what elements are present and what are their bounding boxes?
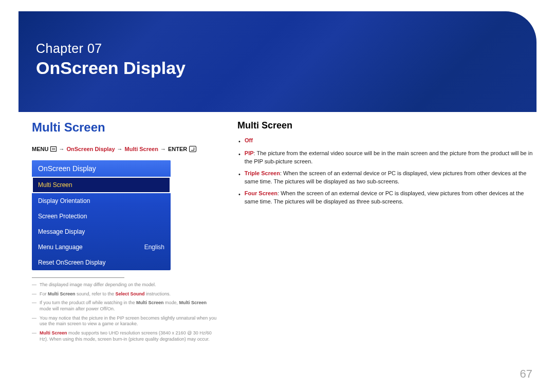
footnote-dash-icon: ―: [32, 330, 36, 342]
bullet-text: PIP: The picture from the external video…: [245, 149, 533, 166]
bullet-dot-icon: •: [238, 170, 240, 186]
enter-icon: [189, 146, 196, 152]
breadcrumb-sep-1: →: [117, 146, 123, 152]
footnote-dash-icon: ―: [32, 291, 36, 297]
left-column: Multi Screen MENU III → OnScreen Display…: [32, 120, 217, 346]
bullet-item: •Off: [238, 136, 533, 146]
page-number: 67: [520, 367, 532, 381]
footnote-dash-icon: ―: [32, 315, 36, 327]
osd-menu-item[interactable]: Message Display: [32, 224, 171, 239]
footnote-text: For Multi Screen sound, refer to the Sel…: [40, 291, 171, 297]
breadcrumb-sep-2: →: [160, 146, 166, 152]
bullet-text: Triple Screen: When the screen of an ext…: [245, 169, 533, 186]
bullet-text: Four Screen: When the screen of an exter…: [245, 189, 533, 206]
bullet-list: •Off•PIP: The picture from the external …: [237, 136, 533, 206]
bullet-dot-icon: •: [238, 137, 240, 146]
right-column: Multi Screen •Off•PIP: The picture from …: [237, 120, 533, 346]
osd-menu-item-label: Display Orientation: [38, 197, 90, 204]
footnote: ―You may notice that the picture in the …: [32, 315, 217, 327]
breadcrumb-menu: MENU: [32, 146, 48, 152]
chapter-word: Chapter: [36, 41, 83, 55]
breadcrumb-sep-0: →: [59, 146, 64, 152]
osd-menu-item[interactable]: Menu LanguageEnglish: [32, 239, 171, 255]
osd-menu-item[interactable]: Multi Screen: [32, 177, 171, 193]
footnotes: ―The displayed image may differ dependin…: [32, 277, 217, 343]
osd-menu-item[interactable]: Display Orientation: [32, 193, 171, 209]
footnote: ―For Multi Screen sound, refer to the Se…: [32, 291, 217, 297]
content: Multi Screen MENU III → OnScreen Display…: [32, 120, 533, 346]
footnote-text: The displayed image may differ depending…: [40, 282, 156, 288]
osd-menu-panel: OnScreen Display Multi ScreenDisplay Ori…: [32, 160, 171, 270]
footnote-dash-icon: ―: [32, 300, 36, 312]
breadcrumb: MENU III → OnScreen Display → Multi Scre…: [32, 146, 217, 152]
bullet-item: •Four Screen: When the screen of an exte…: [238, 189, 533, 206]
bullet-dot-icon: •: [238, 190, 240, 206]
footnote: ―If you turn the product off while watch…: [32, 300, 217, 312]
osd-menu-item-label: Message Display: [38, 228, 85, 235]
osd-menu-item[interactable]: Reset OnScreen Display: [32, 255, 171, 270]
breadcrumb-enter: ENTER: [168, 146, 187, 152]
osd-menu-item-value: English: [144, 244, 164, 251]
bullet-item: •PIP: The picture from the external vide…: [238, 149, 533, 166]
bullet-text: Off: [245, 136, 253, 146]
footnote-text: Multi Screen mode supports two UHD resol…: [40, 330, 217, 342]
banner-text: Chapter 07 OnScreen Display: [36, 41, 186, 78]
menu-icon: III: [50, 146, 57, 152]
breadcrumb-item-1: Multi Screen: [125, 146, 158, 152]
osd-menu-items: Multi ScreenDisplay OrientationScreen Pr…: [32, 177, 171, 270]
bullet-item: •Triple Screen: When the screen of an ex…: [238, 169, 533, 186]
osd-menu-item-label: Screen Protection: [38, 213, 87, 220]
osd-menu-item-label: Menu Language: [38, 244, 83, 251]
right-heading: Multi Screen: [237, 120, 533, 131]
osd-menu-item-label: Reset OnScreen Display: [38, 259, 105, 266]
footnote-text: If you turn the product off while watchi…: [40, 300, 217, 312]
footnote: ―Multi Screen mode supports two UHD reso…: [32, 330, 217, 342]
page: Chapter 07 OnScreen Display Multi Screen…: [0, 0, 555, 392]
footnote-rule: [32, 277, 124, 278]
osd-menu-item[interactable]: Screen Protection: [32, 209, 171, 224]
footnote-dash-icon: ―: [32, 282, 36, 288]
chapter-title: OnScreen Display: [36, 58, 186, 78]
bullet-dot-icon: •: [238, 150, 240, 166]
footnote-text: You may notice that the picture in the P…: [40, 315, 217, 327]
left-heading: Multi Screen: [32, 120, 217, 135]
chapter-number: 07: [87, 41, 102, 55]
osd-menu-title: OnScreen Display: [32, 160, 171, 177]
chapter-label: Chapter 07: [36, 41, 186, 56]
breadcrumb-item-0: OnScreen Display: [66, 146, 115, 152]
osd-menu-item-label: Multi Screen: [38, 181, 72, 189]
footnote: ―The displayed image may differ dependin…: [32, 282, 217, 288]
